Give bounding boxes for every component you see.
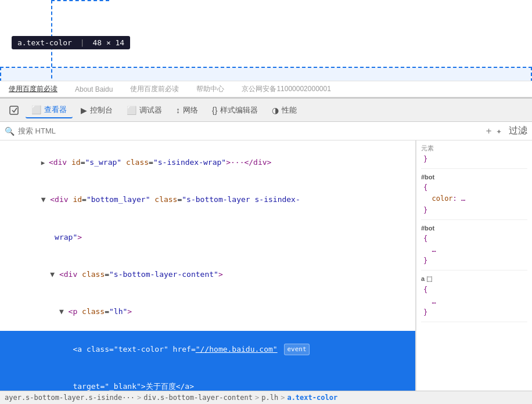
search-icon: 🔍: [5, 127, 15, 136]
event-badge-1[interactable]: event: [284, 344, 309, 355]
breadcrumb: ayer.s-bottom-layer.s-isinde··· > div.s-…: [0, 391, 532, 404]
styles-header-4: a ⬚: [421, 275, 527, 283]
breadcrumb-item-3[interactable]: p.lh: [261, 394, 278, 402]
styles-section-3: #bot { … }: [421, 225, 527, 271]
tooltip-element: a.text-color: [17, 38, 72, 47]
html-line-4[interactable]: ▼ <p class="lh">: [0, 294, 415, 331]
tooltip-separator: |: [80, 38, 85, 47]
html-line-2[interactable]: ▼ <div id="bottom_layer" class="s-bottom…: [0, 181, 415, 218]
debugger-tab-label: 调试器: [139, 105, 162, 116]
page-nav-bar: 使用百度前必读 About Baidu 使用百度前必读 帮助中心 京公网安备11…: [0, 81, 532, 97]
breadcrumb-item-1[interactable]: ayer.s-bottom-layer.s-isinde···: [5, 394, 135, 402]
filter-label: 过滤: [509, 125, 527, 137]
console-tab-icon: ▶: [81, 106, 87, 115]
search-actions: + ✦ 过滤: [486, 125, 527, 137]
styles-section-1: }: [421, 154, 527, 169]
tab-inspector[interactable]: ⬜ 查看器: [26, 102, 73, 118]
performance-tab-label: 性能: [282, 105, 297, 116]
element-highlight-box: [0, 67, 532, 82]
inspector-tab-icon: ⬜: [31, 105, 41, 114]
nav-link-icp[interactable]: 京公网安备11000002000001: [242, 84, 330, 94]
styles-panel-label: 元素: [421, 144, 527, 153]
debugger-tab-icon: ⬜: [127, 106, 136, 115]
nav-link-help[interactable]: 帮助中心: [196, 84, 224, 94]
styles-section-2: #bot { color: … }: [421, 174, 527, 220]
inspector-tab-label: 查看器: [44, 104, 67, 115]
console-tab-label: 控制台: [90, 105, 113, 116]
tab-style-editor[interactable]: {} 样式编辑器: [206, 103, 264, 118]
performance-tab-icon: ◑: [272, 106, 279, 115]
styles-header-3: #bot: [421, 225, 527, 232]
triangle-icon-1: ▶: [41, 159, 49, 167]
style-editor-tab-label: 样式编辑器: [220, 105, 258, 116]
style-editor-tab-icon: {}: [212, 106, 217, 115]
html-line-5b[interactable]: target="_blank">关于百度</a>: [0, 368, 415, 391]
inspect-tool-icon[interactable]: [5, 101, 23, 120]
devtools-content: ▶ <div id="s_wrap" class="s-isindex-wrap…: [0, 140, 532, 391]
highlight-overlay-horizontal: [51, 0, 109, 1]
html-search-bar: 🔍 + ✦ 过滤: [0, 122, 532, 140]
html-line-1[interactable]: ▶ <div id="s_wrap" class="s-isindex-wrap…: [0, 144, 415, 181]
element-size-tooltip: a.text-color | 48 × 14: [12, 36, 130, 49]
tab-network[interactable]: ↕ 网络: [170, 103, 204, 118]
network-tab-icon: ↕: [176, 106, 180, 115]
browser-page: a.text-color | 48 × 14 使用百度前必读 About Bai…: [0, 0, 532, 99]
svg-rect-0: [10, 106, 18, 114]
breadcrumb-sep-2: >: [255, 394, 259, 402]
breadcrumb-item-2[interactable]: div.s-bottom-layer-content: [143, 394, 253, 402]
triangle-icon-2: ▼: [41, 195, 51, 204]
pick-element-button[interactable]: ✦: [496, 125, 502, 136]
search-input[interactable]: [18, 127, 483, 135]
tab-performance[interactable]: ◑ 性能: [266, 103, 303, 118]
styles-panel: 元素 } #bot { color: … } #bot { … } a ⬚ { …: [416, 140, 532, 391]
tab-console[interactable]: ▶ 控制台: [75, 103, 118, 118]
devtools-toolbar: ⬜ 查看器 ▶ 控制台 ⬜ 调试器 ↕ 网络 {} 样式编辑器 ◑ 性能: [0, 99, 532, 122]
nav-link-about[interactable]: About Baidu: [75, 85, 113, 93]
html-line-5[interactable]: <a class="text-color" href="//home.baidu…: [0, 331, 415, 368]
html-line-3[interactable]: ▼ <div class="s-bottom-layer-content">: [0, 256, 415, 293]
styles-header-2: #bot: [421, 174, 527, 181]
triangle-icon-4: ▼: [59, 307, 69, 316]
html-tree-panel[interactable]: ▶ <div id="s_wrap" class="s-isindex-wrap…: [0, 140, 416, 391]
breadcrumb-item-active[interactable]: a.text-color: [287, 394, 337, 402]
html-line-2b[interactable]: wrap">: [0, 219, 415, 256]
nav-link-home[interactable]: 使用百度前必读: [9, 84, 57, 94]
breadcrumb-sep-3: >: [281, 394, 285, 402]
network-tab-label: 网络: [183, 105, 198, 116]
tab-debugger[interactable]: ⬜ 调试器: [121, 103, 168, 118]
nav-link-terms[interactable]: 使用百度前必读: [130, 84, 179, 94]
styles-section-4: a ⬚ { … }: [421, 275, 527, 322]
devtools-panel: ⬜ 查看器 ▶ 控制台 ⬜ 调试器 ↕ 网络 {} 样式编辑器 ◑ 性能 🔍 +…: [0, 99, 532, 404]
add-node-button[interactable]: +: [486, 125, 492, 136]
tooltip-size: 48 × 14: [92, 38, 124, 47]
triangle-icon-3: ▼: [50, 270, 59, 279]
breadcrumb-sep-1: >: [137, 394, 141, 402]
